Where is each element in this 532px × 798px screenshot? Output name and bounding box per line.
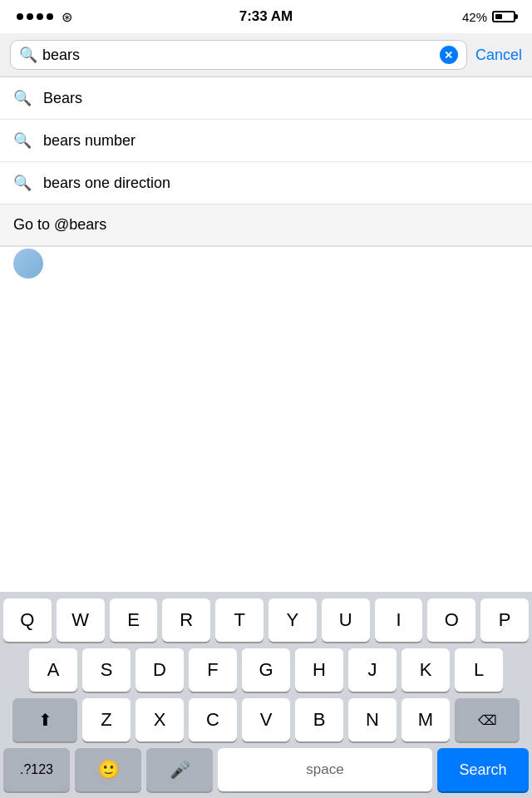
- key-u[interactable]: U: [322, 598, 370, 642]
- keyboard-row-2: A S D F G H J K L: [3, 648, 529, 692]
- clear-button[interactable]: ✕: [440, 46, 458, 64]
- key-t[interactable]: T: [215, 598, 264, 642]
- suggestion-text-0: Bears: [43, 90, 82, 107]
- search-input[interactable]: [42, 47, 435, 64]
- emoji-key[interactable]: 🙂: [75, 748, 141, 791]
- wifi-icon: ⊛: [62, 9, 72, 25]
- suggestion-search-icon-1: 🔍: [13, 131, 32, 150]
- clear-icon: ✕: [444, 50, 453, 61]
- key-s[interactable]: S: [82, 648, 131, 692]
- key-e[interactable]: E: [110, 598, 158, 642]
- key-z[interactable]: Z: [82, 698, 131, 741]
- key-o[interactable]: O: [427, 598, 475, 642]
- signal-dot-2: [27, 13, 33, 20]
- signal-dots: [17, 13, 53, 20]
- suggestions-list: 🔍 Bears 🔍 bears number 🔍 bears one direc…: [0, 77, 532, 204]
- battery-area: 42%: [462, 10, 515, 24]
- suggestion-item[interactable]: 🔍 bears number: [0, 120, 532, 162]
- key-x[interactable]: X: [135, 698, 184, 741]
- result-avatar: [13, 249, 43, 278]
- suggestion-text-2: bears one direction: [43, 175, 170, 192]
- key-m[interactable]: M: [401, 698, 450, 741]
- signal-dot-1: [17, 13, 23, 20]
- signal-dot-4: [47, 13, 53, 20]
- search-key[interactable]: Search: [437, 748, 529, 791]
- key-f[interactable]: F: [189, 648, 237, 692]
- key-r[interactable]: R: [162, 598, 210, 642]
- key-y[interactable]: Y: [268, 598, 317, 642]
- key-n[interactable]: N: [348, 698, 397, 741]
- suggestion-text-1: bears number: [43, 132, 135, 150]
- cancel-button[interactable]: Cancel: [475, 47, 522, 64]
- status-bar: ⊛ 7:33 AM 42%: [0, 0, 532, 33]
- key-g[interactable]: G: [242, 648, 290, 692]
- key-q[interactable]: Q: [3, 598, 52, 642]
- key-c[interactable]: C: [189, 698, 237, 741]
- status-time: 7:33 AM: [239, 8, 293, 25]
- search-icon: 🔍: [19, 46, 37, 64]
- key-w[interactable]: W: [57, 598, 105, 642]
- suggestion-item[interactable]: 🔍 bears one direction: [0, 162, 532, 204]
- key-v[interactable]: V: [242, 698, 290, 741]
- shift-icon: ⬆: [38, 710, 52, 730]
- shift-key[interactable]: ⬆: [12, 698, 77, 741]
- suggestion-search-icon-2: 🔍: [13, 174, 32, 192]
- key-k[interactable]: K: [401, 648, 450, 692]
- space-key[interactable]: space: [218, 748, 432, 791]
- key-p[interactable]: P: [480, 598, 529, 642]
- key-i[interactable]: I: [375, 598, 423, 642]
- suggestion-search-icon-0: 🔍: [13, 89, 32, 107]
- keyboard-bottom-row: .?123 🙂 🎤 space Search: [3, 748, 529, 791]
- key-b[interactable]: B: [295, 698, 343, 741]
- key-d[interactable]: D: [135, 648, 184, 692]
- result-partial: [0, 247, 532, 280]
- suggestion-item[interactable]: 🔍 Bears: [0, 77, 532, 120]
- battery-percentage: 42%: [462, 10, 487, 24]
- keyboard-row-1: Q W E R T Y U I O P: [3, 598, 529, 642]
- signal-dot-3: [37, 13, 43, 20]
- keyboard: Q W E R T Y U I O P A S D F G H J K L ⬆ …: [0, 592, 532, 798]
- battery-fill: [495, 14, 502, 19]
- battery-icon: [492, 11, 515, 22]
- goto-item[interactable]: Go to @bears: [0, 204, 532, 246]
- key-l[interactable]: L: [455, 648, 503, 692]
- keyboard-row-3: ⬆ Z X C V B N M ⌫: [3, 698, 529, 741]
- key-j[interactable]: J: [348, 648, 397, 692]
- key-h[interactable]: H: [295, 648, 343, 692]
- key-a[interactable]: A: [29, 648, 77, 692]
- delete-key[interactable]: ⌫: [455, 698, 520, 741]
- mic-key[interactable]: 🎤: [146, 748, 213, 791]
- num-key[interactable]: .?123: [3, 748, 70, 791]
- goto-section: Go to @bears: [0, 204, 532, 247]
- signal-area: ⊛: [17, 9, 72, 25]
- search-input-wrapper[interactable]: 🔍 ✕: [10, 40, 467, 70]
- search-bar-container: 🔍 ✕ Cancel: [0, 33, 532, 77]
